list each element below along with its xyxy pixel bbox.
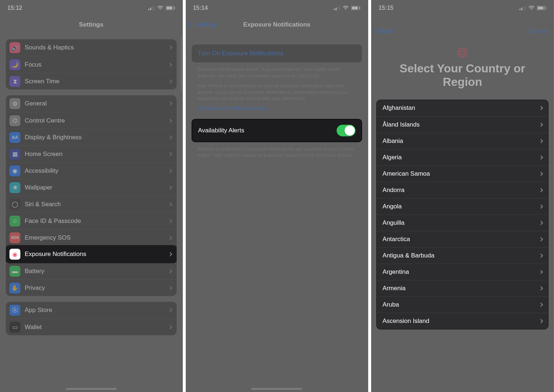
settings-row-emergency-sos[interactable]: SOSEmergency SOS [6,229,177,246]
country-label: Aruba [382,301,399,308]
country-row-albania[interactable]: Albania [377,133,548,149]
svg-rect-17 [525,6,526,10]
row-label: Home Screen [25,151,164,158]
wallet-icon: ▭ [9,322,20,333]
settings-group-general: ⚙︎General⌬Control CentreAADisplay & Brig… [6,95,177,296]
globe-hero [371,47,554,60]
settings-row-privacy[interactable]: ✋Privacy [6,279,177,296]
wifi-icon [342,6,349,10]
battery-icon: ▬ [9,266,20,277]
row-label: App Store [25,307,164,314]
country-row-andorra[interactable]: Andorra [377,182,548,198]
country-label: Åland Islands [382,121,419,128]
country-row-algeria[interactable]: Algeria [377,149,548,165]
back-label: Settings [194,21,217,28]
row-label: Exposure Notifications [25,251,164,258]
chevron-right-icon [168,308,172,312]
country-row--land-islands[interactable]: Åland Islands [377,116,548,133]
settings-row-exposure-notifications[interactable]: ◉Exposure Notifications [6,246,177,263]
row-label: Face ID & Passcode [25,217,164,225]
country-row-american-samoa[interactable]: American Samoa [377,165,548,182]
country-label: American Samoa [382,170,430,177]
availability-alerts-row[interactable]: Availability Alerts [192,119,362,142]
settings-row-focus[interactable]: 🌙Focus [6,56,177,73]
settings-row-battery[interactable]: ▬Battery [6,263,177,279]
sheet-nav: Back Cancel [371,23,554,40]
country-row-aruba[interactable]: Aruba [377,296,548,313]
general-icon: ⚙︎ [9,98,20,109]
chevron-right-icon [539,237,543,241]
chevron-right-icon [168,185,172,189]
help-text-3: Receive a notification if Exposure Notif… [192,142,362,159]
row-label: Focus [25,61,164,68]
signal-icon [148,6,155,10]
row-label: Screen Time [25,78,164,85]
svg-rect-14 [519,9,521,10]
signal-icon [334,6,340,10]
settings-row-siri-search[interactable]: ◯Siri & Search [6,196,177,212]
svg-rect-1 [150,8,151,10]
row-label: Sounds & Haptics [25,44,164,51]
settings-row-sounds-haptics[interactable]: 🔊Sounds & Haptics [6,39,177,56]
country-row-antarctica[interactable]: Antarctica [377,231,548,247]
settings-row-face-id-passcode[interactable]: ☺︎Face ID & Passcode [6,212,177,229]
chevron-right-icon [168,135,172,139]
battery-icon [537,6,546,10]
appstore-icon: Ⓐ [9,305,20,316]
sos-icon: SOS [9,232,20,243]
country-row-angola[interactable]: Angola [377,198,548,215]
chevron-right-icon [168,169,172,173]
svg-point-22 [460,48,465,57]
country-row-ascension-island[interactable]: Ascension Island [377,313,548,329]
country-row-armenia[interactable]: Armenia [377,280,548,296]
country-row-antigua-barbuda[interactable]: Antigua & Barbuda [377,247,548,264]
svg-rect-12 [352,7,358,9]
settings-row-general[interactable]: ⚙︎General [6,95,177,112]
chevron-right-icon [539,155,543,159]
svg-rect-16 [523,7,524,10]
country-row-anguilla[interactable]: Anguilla [377,215,548,231]
country-label: Algeria [382,154,402,161]
row-label: Siri & Search [25,201,164,208]
chevron-right-icon [168,219,172,223]
status-icons [334,6,361,10]
settings-row-home-screen[interactable]: ▦Home Screen [6,145,177,162]
chevron-right-icon [539,319,543,323]
back-button[interactable]: Back [375,28,394,35]
status-bar: 15:14 [186,0,368,16]
settings-screen: 15:12 Settings 🔊Sounds & Haptics🌙Focus⧗S… [0,0,183,392]
row-label: Privacy [25,284,164,292]
row-label: Wallet [25,324,164,331]
settings-row-accessibility[interactable]: ◉Accessibility [6,162,177,179]
country-row-afghanistan[interactable]: Afghanistan [377,100,548,116]
settings-row-app-store[interactable]: ⒶApp Store [6,302,177,319]
wifi-icon [157,6,164,10]
nav-bar: Settings [0,16,182,33]
chevron-right-icon [168,152,172,156]
settings-row-screen-time[interactable]: ⧗Screen Time [6,73,177,89]
nav-title: Settings [79,21,103,28]
home-indicator [251,388,302,390]
help-text-2: Your iPhone is not collecting or sharing… [192,79,362,102]
privacy-icon: ✋ [9,283,20,293]
wifi-icon [528,6,535,10]
exposure-notifications-screen: 15:14 Settings Exposure Notifications Tu… [186,0,369,392]
turn-on-exposure-button[interactable]: Turn On Exposure Notifications [192,44,362,63]
country-row-argentina[interactable]: Argentina [377,264,548,280]
settings-row-wallet[interactable]: ▭Wallet [6,319,177,335]
chevron-right-icon [168,325,172,329]
chevron-right-icon [168,269,172,273]
settings-row-control-centre[interactable]: ⌬Control Centre [6,112,177,129]
how-it-works-link[interactable]: How Exposure Notifications work… [192,102,362,111]
signal-icon [519,6,526,10]
chevron-right-icon [539,221,543,225]
status-bar: 15:15 [371,0,554,16]
cancel-button[interactable]: Cancel [529,28,548,35]
battery-icon [166,6,175,10]
country-label: Argentina [382,268,409,276]
back-button[interactable]: Settings [189,21,217,28]
country-label: Angola [382,203,402,210]
availability-alerts-switch[interactable] [337,125,356,136]
settings-row-wallpaper[interactable]: ❀Wallpaper [6,179,177,196]
settings-row-display-brightness[interactable]: AADisplay & Brightness [6,129,177,145]
